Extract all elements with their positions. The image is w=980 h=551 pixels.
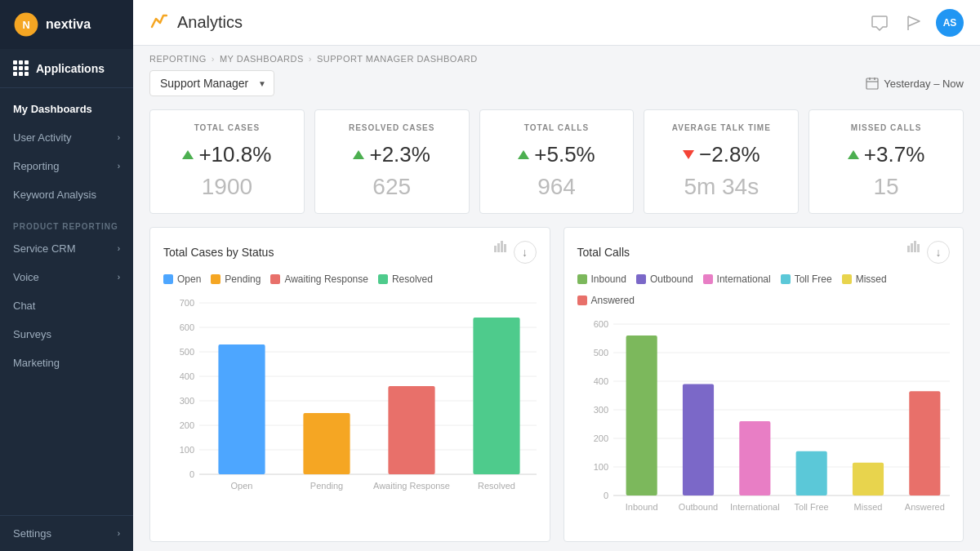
metric-change: −2.8% — [699, 142, 760, 167]
svg-text:300: 300 — [180, 396, 194, 406]
cases-chart-legend: OpenPendingAwaiting ResponseResolved — [163, 273, 537, 285]
metric-card-resolved-cases: RESOLVED CASES +2.3% 625 — [314, 109, 470, 214]
legend-color — [781, 274, 791, 284]
x-axis-label: Missed — [853, 502, 882, 512]
chevron-down-icon: › — [118, 162, 120, 171]
calls-chart-title: Total Calls — [577, 246, 630, 259]
sidebar-item-chat[interactable]: Chat — [0, 291, 133, 320]
legend-item: Answered — [577, 295, 635, 306]
apps-menu[interactable]: Applications — [0, 49, 133, 88]
x-axis-label: Toll Free — [794, 502, 828, 512]
cases-chart-bar-icon[interactable] — [494, 241, 507, 264]
legend-item: Awaiting Response — [270, 273, 368, 285]
sidebar-item-marketing[interactable]: Marketing — [0, 349, 133, 377]
x-axis-label: Inbound — [625, 502, 657, 512]
svg-text:400: 400 — [180, 371, 194, 381]
legend-color — [270, 274, 280, 284]
svg-rect-31 — [917, 244, 920, 252]
metric-value-row: +3.7% — [822, 142, 950, 167]
legend-color — [378, 274, 388, 284]
sidebar-item-surveys[interactable]: Surveys — [0, 320, 133, 349]
calls-chart-area: 0100200300400500600InboundOutboundIntern… — [577, 316, 951, 528]
breadcrumb-item-reporting[interactable]: REPORTING — [149, 54, 207, 64]
legend-color — [211, 274, 220, 284]
chat-icon[interactable] — [867, 11, 892, 35]
legend-label: Answered — [591, 295, 635, 306]
topbar-right: AS — [867, 9, 964, 37]
legend-label: Awaiting Response — [284, 273, 368, 285]
metric-sub-value: 625 — [328, 174, 456, 200]
date-range-label: Yesterday – Now — [884, 78, 964, 90]
calls-chart-card: Total Calls ↓ InboundOutboundInternation… — [564, 227, 964, 542]
trend-up-icon — [848, 150, 859, 159]
bar-rect — [388, 386, 434, 474]
legend-color — [636, 274, 646, 284]
dashboard-select-wrapper: Support Manager — [149, 70, 274, 96]
date-range-picker[interactable]: Yesterday – Now — [866, 77, 964, 90]
metric-card-total-calls: TOTAL CALLS +5.5% 964 — [479, 109, 635, 214]
settings-menu[interactable]: Settings › — [0, 515, 133, 551]
cases-chart-actions: ↓ — [494, 241, 537, 264]
x-axis-label: Pending — [310, 481, 343, 491]
svg-rect-3 — [866, 78, 878, 89]
logo[interactable]: N nextiva — [0, 0, 133, 49]
sidebar-item-label: My Dashboards — [13, 103, 92, 115]
cases-chart-header: Total Cases by Status ↓ — [163, 241, 537, 264]
sidebar-item-label: Marketing — [13, 357, 60, 369]
sidebar-item-user-activity[interactable]: User Activity › — [0, 123, 133, 152]
legend-color — [842, 274, 852, 284]
metric-change: +2.3% — [369, 142, 430, 167]
chevron-down-icon: › — [118, 244, 120, 253]
avatar[interactable]: AS — [936, 9, 964, 37]
cases-chart-download[interactable]: ↓ — [514, 241, 537, 264]
svg-text:700: 700 — [180, 298, 194, 308]
metric-change: +5.5% — [534, 142, 595, 167]
apps-grid-icon — [13, 60, 28, 76]
metric-sub-value: 15 — [822, 174, 950, 200]
svg-rect-9 — [501, 241, 503, 252]
calendar-icon — [866, 77, 879, 90]
settings-label: Settings — [13, 527, 51, 540]
bar-rect — [909, 391, 940, 495]
breadcrumb-separator: › — [212, 54, 215, 64]
legend-item: Inbound — [577, 273, 626, 285]
metric-value-row: +2.3% — [328, 142, 456, 167]
flag-icon[interactable] — [902, 11, 926, 35]
nextiva-logo-icon: N — [13, 11, 39, 38]
trend-up-icon — [518, 150, 529, 159]
metric-card-total-cases: TOTAL CASES +10.8% 1900 — [149, 109, 305, 214]
calls-chart-header: Total Calls ↓ — [577, 241, 951, 264]
page-title: Analytics — [177, 13, 243, 32]
breadcrumb-item-dashboards[interactable]: MY DASHBOARDS — [220, 54, 304, 64]
sidebar-item-voice[interactable]: Voice › — [0, 263, 133, 291]
legend-color — [163, 274, 173, 284]
content-area: REPORTING › MY DASHBOARDS › SUPPORT MANA… — [133, 46, 980, 551]
calls-chart-bar-icon[interactable] — [907, 241, 920, 264]
sidebar-item-keyword-analysis[interactable]: Keyword Analysis — [0, 180, 133, 209]
metric-value-row: +5.5% — [493, 142, 621, 167]
analytics-icon — [149, 11, 167, 33]
calls-chart-download[interactable]: ↓ — [927, 241, 950, 264]
chevron-down-icon: › — [118, 133, 120, 142]
charts-row: Total Cases by Status ↓ OpenPendingAwait… — [149, 227, 964, 542]
legend-item: Outbound — [636, 273, 693, 285]
calls-chart-actions: ↓ — [907, 241, 950, 264]
bar-rect — [218, 344, 265, 474]
trend-up-icon — [182, 150, 194, 159]
legend-label: Resolved — [392, 273, 433, 285]
breadcrumb-item-support-manager[interactable]: SUPPORT MANAGER DASHBOARD — [317, 54, 478, 64]
svg-text:500: 500 — [593, 348, 608, 358]
metric-card-average-talk-time: AVERAGE TALK TIME −2.8% 5m 34s — [644, 109, 799, 214]
metric-label: MISSED CALLS — [822, 123, 950, 132]
cases-chart-title: Total Cases by Status — [163, 246, 274, 259]
sidebar-item-reporting[interactable]: Reporting › — [0, 152, 133, 180]
legend-color — [577, 274, 587, 284]
sidebar-item-my-dashboards[interactable]: My Dashboards — [0, 95, 133, 123]
breadcrumb-separator: › — [309, 54, 312, 64]
svg-text:600: 600 — [593, 319, 608, 329]
logo-text: nextiva — [46, 17, 91, 32]
sidebar-item-service-crm[interactable]: Service CRM › — [0, 234, 133, 263]
svg-rect-7 — [494, 246, 497, 252]
dashboard-select[interactable]: Support Manager — [149, 70, 274, 96]
metric-label: AVERAGE TALK TIME — [657, 123, 785, 132]
